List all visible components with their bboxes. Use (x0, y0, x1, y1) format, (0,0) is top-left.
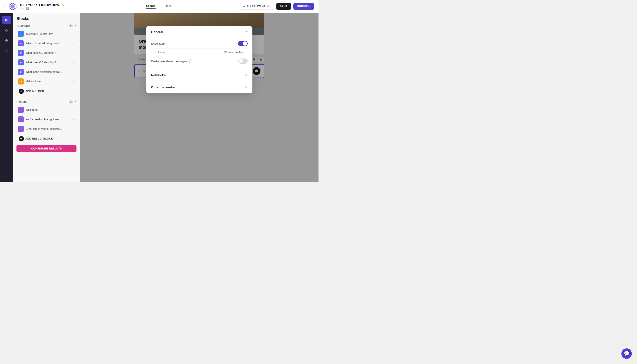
item-icon-q4: ≡ (18, 69, 24, 75)
header-right: ✦ AI ASSISTANT ⌘K SAVE PREVIEW (240, 3, 314, 10)
nav-create[interactable]: Create (146, 4, 156, 9)
item-menu[interactable]: ··· (72, 70, 75, 74)
nav-publish[interactable]: Publish (162, 4, 172, 9)
general-section-body: Show label ↳ Label (146, 38, 252, 69)
item-text: What is the difference betwe... (26, 70, 71, 74)
item-menu[interactable]: ··· (72, 108, 75, 112)
item-icon-q: ≡ (18, 40, 24, 46)
list-item[interactable]: ⚙ Make a form ··· (16, 77, 76, 86)
results-label: Results (16, 100, 27, 104)
add-result-label: ADD RESULT BLOCK (25, 137, 53, 140)
sidebar-icon-settings[interactable]: ⚙ (2, 36, 11, 45)
customize-toggle-knob (238, 59, 243, 63)
general-section-title: General (151, 30, 163, 34)
save-button[interactable]: SAVE (276, 3, 291, 10)
preview-button[interactable]: PREVIEW (293, 3, 314, 10)
item-icon-r2: 🔖 (18, 116, 24, 122)
label-row-label: ↳ Label (151, 51, 165, 54)
results-section-header: Results 3 ∧ (16, 100, 76, 104)
other-networks-chevron-icon[interactable]: ∨ (245, 85, 248, 89)
networks-section-title: Networks (151, 73, 166, 77)
networks-section-header[interactable]: Networks ∨ (146, 69, 252, 81)
panel-title: Blocks (16, 16, 76, 21)
ai-assistant-button[interactable]: ✦ AI ASSISTANT ⌘K (240, 3, 274, 10)
toggle-knob (243, 42, 247, 46)
questions-section-header: Questions 6 ∧ (16, 24, 76, 28)
customize-toggle[interactable] (238, 58, 248, 64)
item-text: What does OS stand for? (26, 51, 71, 54)
list-item[interactable]: T Test your IT know-how ··· (16, 29, 76, 38)
customize-label: Customize share messages i (151, 59, 192, 63)
item-menu[interactable]: ··· (72, 32, 75, 36)
header: ‹ TEST YOUR IT KNOW-HOW. ✏️ Quiz ℹ️ Crea… (0, 0, 318, 13)
item-menu[interactable]: ··· (72, 42, 75, 45)
add-block-button[interactable]: + ADD A BLOCK (16, 87, 46, 96)
item-menu[interactable]: ··· (72, 118, 75, 121)
plus-circle-icon-result: + (19, 136, 24, 141)
header-left: ‹ TEST YOUR IT KNOW-HOW. ✏️ Quiz ℹ️ (4, 2, 64, 11)
general-section: General ∧ Show label ↳ (146, 26, 252, 69)
edit-icon[interactable]: ✏️ (61, 3, 64, 6)
sidebar-icon-pointer[interactable]: ⊹ (2, 26, 11, 35)
ai-star-icon: ✦ (243, 5, 245, 8)
questions-chevron[interactable]: ∧ (74, 24, 76, 28)
list-item[interactable]: 🔖 Well done! ··· (16, 105, 76, 114)
questions-list: T Test your IT know-how ··· ≡ Which of t… (16, 29, 76, 86)
customize-info-icon[interactable]: i (188, 59, 192, 63)
other-networks-section-title: Other networks (151, 85, 175, 89)
modal-overlay[interactable]: General ∧ Show label ↳ (80, 13, 318, 182)
configure-results-button[interactable]: CONFIGURE RESULTS (16, 145, 76, 152)
list-item[interactable]: ≡ What does OS stand for? ··· (16, 48, 76, 58)
left-panel: Blocks Questions 6 ∧ T Test your IT know… (13, 13, 80, 182)
item-icon-r1: 🔖 (18, 107, 24, 113)
plus-circle-icon: + (19, 88, 24, 94)
label-text: Label (158, 51, 165, 54)
header-nav: Create Publish (146, 4, 172, 9)
item-icon-q2: ≡ (18, 50, 24, 56)
item-icon-q3: ≡ (18, 59, 24, 66)
show-label-row: Show label (151, 39, 248, 48)
header-title: TEST YOUR IT KNOW-HOW. ✏️ (20, 3, 64, 7)
list-item[interactable]: 🔖 You're heading the right way. ··· (16, 115, 76, 124)
item-menu[interactable]: ··· (72, 127, 75, 131)
list-item[interactable]: ≡ What is the difference betwe... ··· (16, 68, 76, 76)
item-icon-form: ⚙ (18, 78, 24, 84)
networks-chevron-icon[interactable]: ∨ (245, 73, 248, 77)
item-text: Make a form (26, 80, 71, 83)
header-subtitle: Quiz ℹ️ (20, 7, 64, 10)
results-count: 3 (69, 100, 73, 103)
show-label-label: Show label (151, 42, 165, 45)
main-layout: ⊞ ⊹ ⚙ ⇪ Blocks Questions 6 ∧ T Test your… (0, 13, 318, 182)
sidebar-icon-share[interactable]: ⇪ (2, 47, 11, 56)
list-item[interactable]: 🔖 Great job on your IT knowled... ··· (16, 124, 76, 134)
info-icon[interactable]: ℹ️ (26, 7, 29, 10)
list-item[interactable]: ≡ Which of the following is not ... ··· (16, 39, 76, 48)
results-list: 🔖 Well done! ··· 🔖 You're heading the ri… (16, 105, 76, 134)
add-result-block-button[interactable]: + ADD RESULT BLOCK (16, 134, 55, 143)
modal: General ∧ Show label ↳ (146, 26, 252, 94)
sidebar-icon-blocks[interactable]: ⊞ (2, 16, 11, 24)
other-networks-section-header[interactable]: Other networks ∨ (146, 81, 252, 93)
general-chevron-icon[interactable]: ∧ (245, 30, 248, 34)
other-networks-section: Other networks ∨ (146, 81, 252, 94)
item-text: Well done! (26, 108, 71, 111)
list-item[interactable]: ≡ What does GB stand for? ··· (16, 58, 76, 67)
questions-label: Questions (16, 24, 30, 28)
indent-icon: ↳ (154, 51, 157, 54)
logo-icon (8, 2, 17, 11)
item-menu[interactable]: ··· (72, 60, 75, 64)
results-chevron[interactable]: ∧ (74, 100, 76, 104)
general-section-header[interactable]: General ∧ (146, 26, 252, 38)
ai-shortcut: ⌘K (266, 5, 270, 8)
networks-section: Networks ∨ (146, 69, 252, 81)
show-label-toggle[interactable] (238, 41, 248, 46)
questions-count: 6 (69, 24, 73, 27)
label-input[interactable] (204, 51, 248, 54)
item-menu[interactable]: ··· (72, 80, 75, 84)
canvas: FIND OUT MORE Great job on your IT knowl… (80, 13, 318, 182)
back-button[interactable]: ‹ (4, 4, 6, 9)
item-icon-r3: 🔖 (18, 126, 24, 132)
item-icon-t: T (18, 31, 24, 37)
header-title-group: TEST YOUR IT KNOW-HOW. ✏️ Quiz ℹ️ (20, 3, 64, 10)
item-menu[interactable]: ··· (72, 51, 75, 55)
